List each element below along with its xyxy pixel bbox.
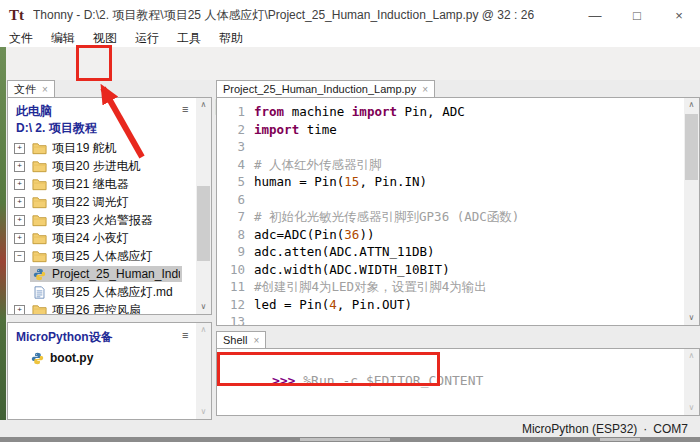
expand-icon[interactable]: + xyxy=(14,215,25,226)
device-panel: MicroPython设备 ≡ boot.py ∧ ∨ xyxy=(7,322,212,420)
folder-icon xyxy=(32,250,47,263)
code-line[interactable]: 7# 初始化光敏光传感器引脚到GP36 (ADC函数) xyxy=(219,208,519,226)
code-line[interactable]: 13 xyxy=(219,313,519,326)
tree-item[interactable]: +项目21 继电器 xyxy=(14,175,131,193)
scroll-down-icon[interactable]: ∨ xyxy=(196,300,211,314)
tree-item[interactable]: Project_25_Human_Inductio xyxy=(30,265,182,283)
tab-close-icon[interactable]: × xyxy=(422,84,428,95)
menu-item-3[interactable]: 运行 xyxy=(126,30,168,47)
tree-item-label: 项目25 人体感应灯 xyxy=(52,248,153,265)
tree-item[interactable]: +项目22 调光灯 xyxy=(14,193,131,211)
tree-item-label: 项目23 火焰警报器 xyxy=(52,212,153,229)
tree-item-label: 项目20 步进电机 xyxy=(52,158,141,175)
tree-item[interactable]: −项目25 人体感应灯 xyxy=(14,247,155,265)
expand-icon[interactable]: + xyxy=(14,161,25,172)
expand-icon[interactable]: + xyxy=(14,143,25,154)
tab-close-icon[interactable]: × xyxy=(42,84,48,95)
scroll-up-icon[interactable]: ∧ xyxy=(684,349,699,363)
tree-item[interactable]: +项目24 小夜灯 xyxy=(14,229,131,247)
line-number: 1 xyxy=(219,103,245,121)
minimize-button[interactable]: — xyxy=(574,0,616,30)
tree-item[interactable]: +项目23 火焰警报器 xyxy=(14,211,155,229)
code-line[interactable]: 4# 人体红外传感器引脚 xyxy=(219,156,519,174)
scroll-down-icon[interactable]: ∨ xyxy=(196,405,211,419)
tree-item[interactable]: +项目20 步进电机 xyxy=(14,157,143,175)
interpreter-status[interactable]: MicroPython (ESP32) xyxy=(522,422,637,436)
code-line[interactable]: 8adc=ADC(Pin(36)) xyxy=(219,226,519,244)
expand-icon[interactable]: + xyxy=(14,233,25,244)
code-line[interactable]: 3 xyxy=(219,138,519,156)
code-token: from xyxy=(254,103,284,121)
code-line[interactable]: 9adc.atten(ADC.ATTN_11DB) xyxy=(219,243,519,261)
folder-icon xyxy=(32,196,47,209)
code-token: , Pin.OUT) xyxy=(337,296,412,314)
shell-scrollbar[interactable]: ∧ ∨ xyxy=(684,349,699,415)
device-scrollbar[interactable]: ∧ ∨ xyxy=(196,323,211,419)
device-menu-icon[interactable]: ≡ xyxy=(182,329,188,341)
tree-item-label: 项目19 舵机 xyxy=(52,140,117,157)
tab-editor[interactable]: Project_25_Human_Induction_Lamp.py × xyxy=(216,80,435,97)
files-scrollbar[interactable]: ∧ ∨ xyxy=(196,98,211,314)
python-icon xyxy=(32,268,47,281)
scroll-down-icon[interactable]: ∨ xyxy=(684,311,699,325)
desktop-wallpaper-sliver xyxy=(0,47,6,437)
current-path-link[interactable]: D:\ 2. 项目教程 xyxy=(16,120,97,137)
line-number: 12 xyxy=(219,296,245,314)
line-number: 11 xyxy=(219,278,245,296)
tree-item[interactable]: +项目26 声控风扇 xyxy=(14,301,143,315)
scroll-up-icon[interactable]: ∧ xyxy=(196,323,211,337)
code-token: import xyxy=(352,103,397,121)
this-pc-link[interactable]: 此电脑 xyxy=(16,103,52,120)
code-line[interactable]: 6 xyxy=(219,191,519,209)
status-separator: · xyxy=(643,422,647,436)
editor-scrollbar[interactable]: ∧ ∨ xyxy=(684,98,699,325)
editor-panel[interactable]: 1from machine import Pin, ADC2import tim… xyxy=(216,97,700,326)
collapse-icon[interactable]: − xyxy=(14,251,25,262)
code-token: adc=ADC(Pin( xyxy=(254,226,344,244)
annotation-shell-command-box xyxy=(217,352,440,386)
tree-item[interactable]: +项目19 舵机 xyxy=(14,139,119,157)
code-token: time xyxy=(299,121,337,139)
expand-icon[interactable]: + xyxy=(14,179,25,190)
code-token: 15 xyxy=(344,173,359,191)
expand-icon[interactable]: + xyxy=(14,305,25,316)
maximize-button[interactable]: □ xyxy=(616,0,658,30)
menu-item-5[interactable]: 帮助 xyxy=(210,30,252,47)
code-editor[interactable]: 1from machine import Pin, ADC2import tim… xyxy=(219,103,519,326)
status-bar: MicroPython (ESP32) · COM7 xyxy=(0,420,700,437)
tab-files[interactable]: 文件 × xyxy=(7,80,55,97)
scroll-up-icon[interactable]: ∧ xyxy=(684,98,699,112)
tab-files-label: 文件 xyxy=(14,82,36,97)
menu-item-4[interactable]: 工具 xyxy=(168,30,210,47)
tab-close-icon[interactable]: × xyxy=(253,335,259,346)
port-status[interactable]: COM7 xyxy=(653,422,688,436)
line-number: 5 xyxy=(219,173,245,191)
scroll-up-icon[interactable]: ∧ xyxy=(196,98,211,112)
scrollbar-thumb[interactable] xyxy=(197,186,210,261)
code-line[interactable]: 12led = Pin(4, Pin.OUT) xyxy=(219,296,519,314)
code-line[interactable]: 2import time xyxy=(219,121,519,139)
tree-item[interactable]: 项目25 人体感应灯.md xyxy=(30,283,175,301)
scroll-down-icon[interactable]: ∨ xyxy=(684,401,699,415)
device-panel-title[interactable]: MicroPython设备 xyxy=(16,329,113,346)
code-line[interactable]: 1from machine import Pin, ADC xyxy=(219,103,519,121)
scrollbar-thumb[interactable] xyxy=(685,114,698,180)
folder-icon xyxy=(32,214,47,227)
close-button[interactable]: × xyxy=(658,0,700,30)
code-token: 36 xyxy=(344,226,359,244)
folder-icon xyxy=(32,304,47,316)
menu-item-0[interactable]: 文件 xyxy=(0,30,42,47)
files-menu-icon[interactable]: ≡ xyxy=(182,103,188,115)
folder-icon xyxy=(32,142,47,155)
code-line[interactable]: 11#创建引脚4为LED对象，设置引脚4为输出 xyxy=(219,278,519,296)
code-token: Pin, ADC xyxy=(397,103,465,121)
code-line[interactable]: 10adc.width(ADC.WIDTH_10BIT) xyxy=(219,261,519,279)
code-token: )) xyxy=(359,226,374,244)
tab-editor-label: Project_25_Human_Induction_Lamp.py xyxy=(223,83,416,95)
code-token: adc.width(ADC.WIDTH_10BIT) xyxy=(254,261,450,279)
tab-shell[interactable]: Shell × xyxy=(216,331,266,348)
device-file-item[interactable]: boot.py xyxy=(30,349,93,367)
code-line[interactable]: 5human = Pin(15, Pin.IN) xyxy=(219,173,519,191)
code-token: human = Pin( xyxy=(254,173,344,191)
expand-icon[interactable]: + xyxy=(14,197,25,208)
